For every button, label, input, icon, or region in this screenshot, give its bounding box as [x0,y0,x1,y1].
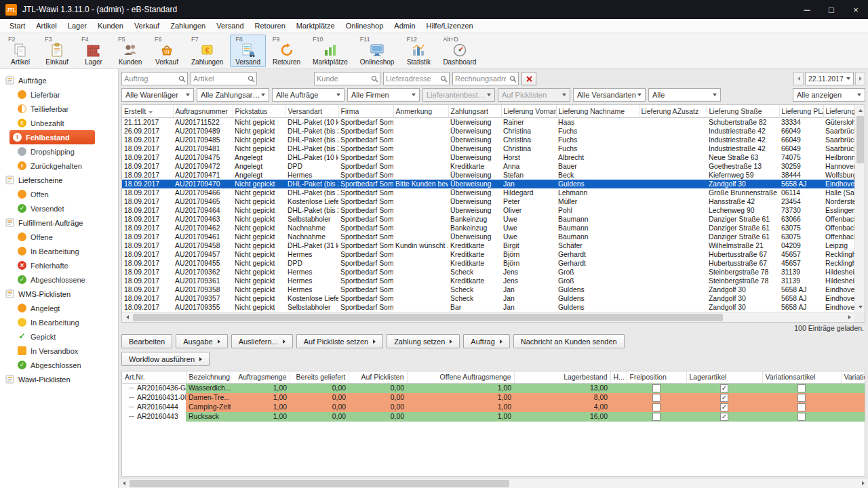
lagerartikel-checkbox[interactable] [720,403,728,411]
toolbar-verkauf[interactable]: F6Verkauf [149,35,184,67]
menu-item-retouren[interactable]: Retouren [250,20,291,32]
auf-pickliste-setzen-button[interactable]: Auf Pickliste setzen [296,334,383,348]
position-row[interactable]: AR20160436-GGSWasserdich...1,000,000,001… [122,383,865,393]
orders-horizontal-scrollbar[interactable] [122,312,854,322]
sidebar-section-wawi-picklisten[interactable]: Wawi-Picklisten [0,372,118,386]
filter-dropdown-alle[interactable]: Alle [648,88,721,102]
search-input-lieferadresse[interactable] [384,75,439,83]
order-row[interactable]: 18.09.2017AU201709462Nicht gepicktNachna… [122,224,854,232]
order-row[interactable]: 18.09.2017AU201709457Nicht gepicktHermes… [122,250,854,259]
positions-column-header-lagerbestand[interactable]: Lagerbestand [514,371,610,383]
sidebar-item-lieferbar[interactable]: Lieferbar [0,87,118,102]
toolbar-dashboard[interactable]: Alt+DDashboard [437,35,481,67]
menu-item-admin[interactable]: Admin [389,20,420,32]
vertical-scroll-thumb[interactable] [856,116,864,163]
positions-column-header-offene-auftragsmenge[interactable]: Offene Auftragsmenge [407,371,514,383]
sidebar-item-in-bearbeitung[interactable]: In Bearbeitung [0,315,118,329]
sidebar-section-wms-picklisten[interactable]: WMS-Picklisten [0,287,118,301]
sidebar-item-abgeschlossene[interactable]: Abgeschlossene [0,272,118,287]
search-input-rechnungsadresse[interactable] [453,75,508,83]
positions-column-header-h[interactable]: H... [610,371,627,383]
menu-item-marktplaetze[interactable]: Marktplätze [291,20,340,32]
filter-dropdown-alle-versandarten[interactable]: Alle Versandarten [573,88,646,102]
search-icon[interactable] [246,75,256,83]
orders-vertical-scrollbar[interactable] [854,105,865,312]
ausgabe-button[interactable]: Ausgabe [176,334,227,348]
toolbar-statistik[interactable]: F12Statistik [401,35,436,67]
menu-item-zahlungen[interactable]: Zahlungen [165,20,211,32]
order-row[interactable]: 18.09.2017AU201709355Nicht gepicktSelbst… [122,303,854,312]
horizontal-scroll-thumb[interactable] [133,314,723,321]
variationsartikel-checkbox[interactable] [797,413,806,421]
sidebar-item-fehlbestand[interactable]: Fehlbestand [9,130,95,144]
order-row[interactable]: 18.09.2017AU201709362Nicht gepicktHermes… [122,268,854,277]
order-row[interactable]: 26.09.2017AU201709489Nicht gepicktDHL-Pa… [122,127,854,136]
position-row[interactable]: AR20160431-003Damen-Tre...1,000,000,001,… [122,393,865,403]
freiposition-checkbox[interactable] [652,384,660,392]
order-row[interactable]: 18.09.2017AU201709465Nicht gepicktKosten… [122,197,854,206]
sidebar-section-lieferscheine[interactable]: Lieferscheine [0,173,118,187]
order-row[interactable]: 18.09.2017AU201709466Nicht gepicktDHL-Pa… [122,188,854,197]
scroll-right-button[interactable] [844,312,854,323]
lagerartikel-checkbox[interactable] [720,384,728,392]
orders-column-header-lieferung-strasse[interactable]: Lieferung Straße [707,105,779,117]
positions-column-header-auftragsmenge[interactable]: Auftragsmenge [231,371,290,383]
lagerartikel-checkbox[interactable] [720,394,728,402]
date-next-button[interactable] [855,72,865,85]
zahlung-setzen-button[interactable]: Zahlung setzen [387,334,460,348]
menu-item-start[interactable]: Start [4,20,31,32]
order-row[interactable]: 18.09.2017AU201709458Nicht gepicktDHL-Pa… [122,241,854,250]
bottom-horizontal-scrollbar[interactable] [119,478,868,488]
order-row[interactable]: 21.11.2017AU201711522Nicht gepicktDHL-Pa… [122,117,854,127]
scroll-left-button[interactable] [122,312,132,323]
search-input-artikel[interactable] [191,75,246,83]
variationsartikel-checkbox[interactable] [797,384,806,392]
freiposition-checkbox[interactable] [652,394,660,402]
positions-column-header-art-nr[interactable]: Art.Nr. [122,371,186,383]
orders-column-header-pickstatus[interactable]: Pickstatus [233,105,285,117]
positions-column-header-variatio[interactable]: Variatio... [841,371,865,383]
order-row[interactable]: 18.09.2017AU201709455Nicht gepicktDPDSpo… [122,259,854,268]
auftrag-button[interactable]: Auftrag [463,334,509,348]
order-row[interactable]: 18.09.2017AU201709485Nicht gepicktDHL-Pa… [122,136,854,144]
orders-column-header-lieferung-azusatz[interactable]: Lieferung AZusatz [639,105,707,117]
orders-column-header-anmerkung[interactable]: Anmerkung [393,105,448,117]
sidebar-item-in-versandbox[interactable]: In Versandbox [0,344,118,358]
orders-column-header-zahlungsart[interactable]: Zahlungsart [448,105,501,117]
freiposition-checkbox[interactable] [652,403,660,411]
freiposition-checkbox[interactable] [652,413,660,421]
sidebar-item-unbezahlt[interactable]: Unbezahlt [0,116,118,130]
scroll-down-button[interactable] [855,302,865,312]
filter-dropdown-alle-auftraege[interactable]: Alle Aufträge [272,88,344,102]
filter-dropdown-alle-warenlaeger[interactable]: Alle Warenläger [121,88,194,102]
maximize-button[interactable]: □ [819,0,844,19]
minimize-button[interactable]: ─ [795,0,819,19]
order-row[interactable]: 18.09.2017AU201709470Nicht gepicktDHL-Pa… [122,180,854,188]
sidebar-item-dropshipping[interactable]: Dropshipping [0,144,118,159]
orders-column-header-lieferung-plz[interactable]: Lieferung PLZ [779,105,823,117]
search-icon[interactable] [508,75,518,83]
ausliefern-button[interactable]: Ausliefern... [231,334,293,348]
toolbar-einkauf[interactable]: F3Einkauf [39,35,75,67]
positions-column-header-bezeichnung[interactable]: Bezeichnung [186,371,231,383]
filter-dropdown-alle-firmen[interactable]: Alle Firmen [347,88,420,102]
menu-item-hilfe-lizenzen[interactable]: Hilfe/Lizenzen [421,20,479,32]
positions-column-header-freiposition[interactable]: Freiposition [627,371,686,383]
order-row[interactable]: 18.09.2017AU201709472AngelegtDPDSportbed… [122,162,854,171]
menu-item-versand[interactable]: Versand [211,20,249,32]
orders-column-header-versandart[interactable]: Versandart [285,105,338,117]
search-input-kunde[interactable] [315,75,370,83]
workflow-execute-button[interactable]: Workflow ausführen [121,352,210,366]
scroll-left-button[interactable] [119,479,129,488]
search-input-auftrag[interactable] [122,75,177,83]
sidebar-item-zurueckgehalten[interactable]: Zurückgehalten [0,159,118,173]
toolbar-marktplaetze[interactable]: F10Marktplätze [307,35,353,67]
horizontal-scroll-thumb[interactable] [130,480,509,487]
menu-item-kunden[interactable]: Kunden [92,20,129,32]
toolbar-lager[interactable]: F4Lager [76,35,111,67]
positions-column-header-variationsartikel[interactable]: Variationsartikel [762,371,841,383]
position-row[interactable]: AR20160444Camping-Zelt1,000,000,001,004,… [122,403,865,412]
menu-item-verkauf[interactable]: Verkauf [129,20,165,32]
bearbeiten-button[interactable]: Bearbeiten [121,334,172,348]
toolbar-versand[interactable]: F8Versand [230,35,266,67]
